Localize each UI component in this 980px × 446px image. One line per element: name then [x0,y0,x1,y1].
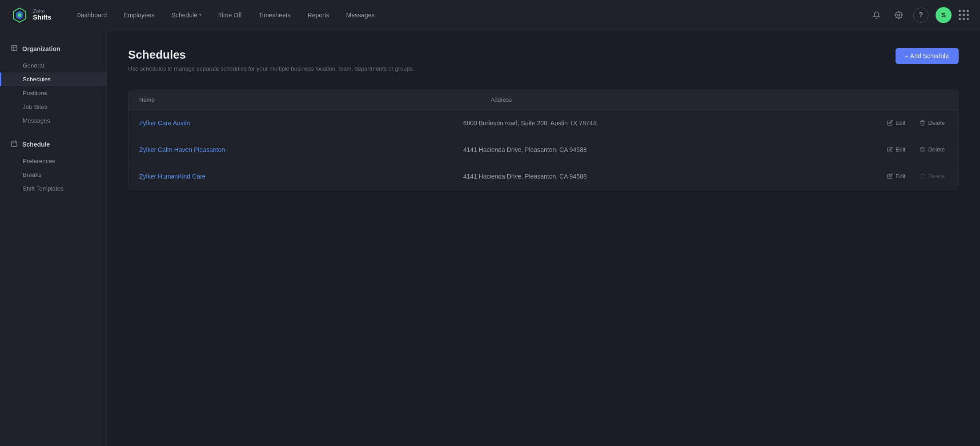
help-question-button[interactable]: ? [913,8,928,23]
trash-icon [920,147,925,152]
grid-dot [959,10,961,12]
grid-dot [963,14,965,16]
apps-grid-button[interactable] [959,10,969,20]
logo-text: Zoho Shifts [33,8,52,21]
delete-schedule-button-2[interactable]: Delete [917,144,948,155]
zoho-shifts-logo-icon [11,6,28,24]
delete-schedule-button-1[interactable]: Delete [917,118,948,128]
svg-point-3 [18,13,21,17]
table-cell-actions: Edit Delete [884,118,948,128]
edit-icon [887,147,893,152]
shifts-label: Shifts [33,14,52,21]
delete-schedule-button-3: Delete [917,171,948,181]
sidebar-section-organization: Organization [0,41,106,59]
table-cell-name: Zylker Care Austin [139,119,463,127]
schedule-link-zylker-calm-haven[interactable]: Zylker Calm Haven Pleasanton [139,146,225,153]
nav-link-dashboard[interactable]: Dashboard [69,8,114,22]
schedule-link-zylker-humankind[interactable]: Zylker HumanKind Care [139,173,205,180]
sidebar-item-job-sites[interactable]: Job Sites [0,100,106,114]
table-cell-actions: Edit Delete [884,171,948,181]
logo-area[interactable]: Zoho Shifts [11,6,52,24]
page-subtitle: Use schedules to manage separate schedul… [128,65,414,72]
table-cell-address: 4141 Hacienda Drive, Pleasanton, CA 9458… [463,146,884,153]
trash-icon [920,120,925,126]
user-avatar[interactable]: S [936,7,952,23]
grid-dot [959,14,961,16]
schedule-link-zylker-care-austin[interactable]: Zylker Care Austin [139,119,190,127]
grid-dot [959,18,961,20]
grid-dot [967,18,969,20]
content-header: Schedules Use schedules to manage separa… [128,48,959,72]
page-title: Schedules [128,48,414,62]
edit-schedule-button-3[interactable]: Edit [884,171,908,181]
nav-link-schedule[interactable]: Schedule ▾ [164,8,208,22]
add-schedule-button[interactable]: + Add Schedule [896,48,959,64]
svg-rect-5 [12,45,17,51]
sidebar-section-schedule: Schedule [0,136,106,154]
table-row: Zylker Care Austin 6800 Burleson road, S… [129,110,958,136]
trash-icon [920,173,925,179]
organization-icon [11,44,18,53]
table-cell-address: 4141 Hacienda Drive, Pleasanton, CA 9458… [463,173,884,180]
table-header-address: Address [490,96,948,103]
content-title-block: Schedules Use schedules to manage separa… [128,48,414,72]
sidebar-item-preferences[interactable]: Preferences [0,154,106,168]
nav-link-time-off[interactable]: Time Off [211,8,249,22]
table-cell-address: 6800 Burleson road, Suite 200, Austin TX… [463,119,884,127]
nav-link-reports[interactable]: Reports [301,8,337,22]
table-cell-name: Zylker Calm Haven Pleasanton [139,146,463,154]
nav-link-messages[interactable]: Messages [339,8,382,22]
edit-icon [887,120,893,126]
main-layout: Organization General Schedules Positions… [0,30,980,446]
settings-gear-button[interactable] [891,8,906,23]
grid-dot [963,18,965,20]
sidebar: Organization General Schedules Positions… [0,30,107,446]
schedule-icon [11,140,18,149]
schedules-table: Name Address Zylker Care Austin 6800 Bur… [128,90,959,190]
calendar-icon [11,140,18,147]
table-row: Zylker Calm Haven Pleasanton 4141 Hacien… [129,136,958,163]
svg-point-4 [898,14,900,16]
edit-icon [887,173,893,179]
grid-dot [967,10,969,12]
bell-icon [872,11,880,19]
sidebar-item-schedules[interactable]: Schedules [0,72,106,86]
gear-icon [895,11,903,19]
grid-dot [963,10,965,12]
schedule-chevron-icon: ▾ [199,12,201,17]
sidebar-schedule-label: Schedule [22,141,50,148]
table-cell-name: Zylker HumanKind Care [139,172,463,180]
grid-dot [967,14,969,16]
top-navigation: Zoho Shifts Dashboard Employees Schedule… [0,0,980,30]
table-header-row: Name Address [129,90,958,110]
sidebar-item-messages[interactable]: Messages [0,114,106,127]
main-content: Schedules Use schedules to manage separa… [107,30,980,446]
sidebar-item-shift-templates[interactable]: Shift Templates [0,182,106,195]
sidebar-item-general[interactable]: General [0,59,106,72]
edit-schedule-button-1[interactable]: Edit [884,118,908,128]
sidebar-item-breaks[interactable]: Breaks [0,168,106,182]
nav-links: Dashboard Employees Schedule ▾ Time Off … [69,8,869,22]
edit-schedule-button-2[interactable]: Edit [884,144,908,155]
notification-bell-button[interactable] [869,8,884,23]
nav-right-controls: ? S [869,7,969,23]
nav-link-timesheets[interactable]: Timesheets [252,8,298,22]
table-cell-actions: Edit Delete [884,144,948,155]
table-row: Zylker HumanKind Care 4141 Hacienda Driv… [129,163,958,189]
building-icon [11,44,18,52]
sidebar-organization-label: Organization [22,45,60,52]
svg-rect-6 [12,141,17,147]
table-header-name: Name [139,96,490,103]
nav-link-employees[interactable]: Employees [116,8,161,22]
sidebar-item-positions[interactable]: Positions [0,86,106,100]
